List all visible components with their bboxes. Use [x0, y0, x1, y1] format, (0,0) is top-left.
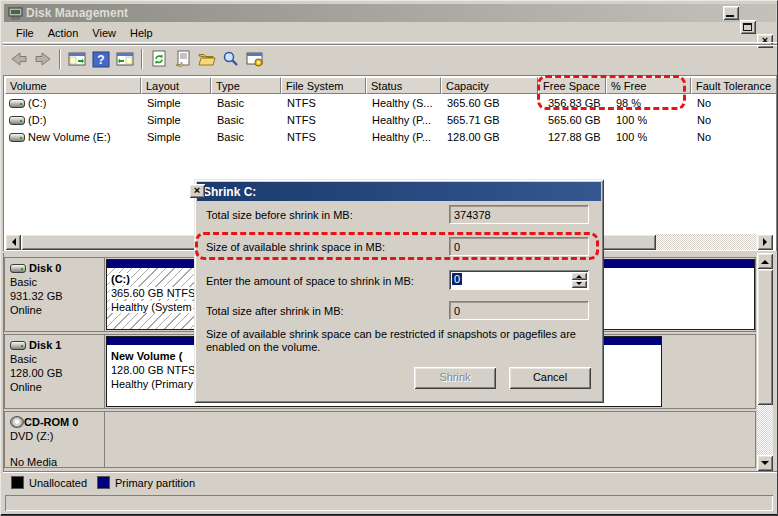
shrink-amount-label: Enter the amount of space to shrink in M…: [206, 275, 414, 287]
disk-management-window: Disk Management × File Action View Help …: [0, 0, 778, 516]
menu-action[interactable]: Action: [41, 25, 86, 41]
col-capacity[interactable]: Capacity: [441, 77, 538, 94]
window-title: Disk Management: [26, 6, 128, 20]
vertical-scroll-thumb[interactable]: [757, 269, 773, 405]
cell-free: 565.60 GB: [548, 114, 601, 126]
menu-help[interactable]: Help: [123, 25, 160, 41]
minimize-icon: [726, 15, 734, 17]
scroll-down-button[interactable]: [757, 455, 773, 471]
cell-volume: (D:): [28, 114, 46, 126]
find-button[interactable]: [219, 48, 243, 70]
cell-fault: No: [697, 131, 711, 143]
cell-capacity: 365.60 GB: [447, 97, 500, 109]
cell-fs: NTFS: [287, 131, 316, 143]
vertical-scrollbar[interactable]: [757, 253, 773, 471]
cell-fault: No: [697, 97, 711, 109]
disk-1-label[interactable]: Disk 1 Basic 128.00 GB Online: [5, 335, 105, 408]
partition-size: 365.60 GB NTFS: [110, 287, 196, 299]
scroll-right-button[interactable]: [757, 234, 773, 250]
status-bar: [3, 491, 777, 513]
disk-status: Online: [10, 304, 104, 316]
volume-icon: [9, 133, 25, 142]
disk-icon: [10, 264, 26, 273]
cell-fs: NTFS: [287, 114, 316, 126]
cell-pct: 100 %: [616, 114, 647, 126]
partition-status: Healthy (Primary: [110, 378, 194, 390]
spin-down-button[interactable]: [571, 280, 587, 288]
col-file-system[interactable]: File System: [281, 77, 366, 94]
cancel-button[interactable]: Cancel: [509, 367, 591, 389]
partition-status: Healthy (System: [110, 301, 193, 313]
shrink-button[interactable]: Shrink: [414, 367, 496, 389]
menu-view[interactable]: View: [85, 25, 123, 41]
col-fault-tolerance[interactable]: Fault Tolerance: [691, 77, 777, 94]
show-action-pane-button[interactable]: [113, 48, 137, 70]
cell-type: Basic: [217, 114, 244, 126]
cell-pct: 100 %: [616, 131, 647, 143]
disk-status: Online: [10, 381, 104, 393]
cdrom-row[interactable]: CD-ROM 0 DVD (Z:) No Media: [4, 411, 756, 468]
cell-volume: New Volume (E:): [28, 131, 111, 143]
col-layout[interactable]: Layout: [141, 77, 211, 94]
volume-row-d[interactable]: (D:) Simple Basic NTFS Healthy (P... 565…: [5, 112, 775, 129]
volume-row-e[interactable]: New Volume (E:) Simple Basic NTFS Health…: [5, 129, 775, 146]
cdrom-label[interactable]: CD-ROM 0 DVD (Z:) No Media: [5, 412, 105, 467]
cell-status: Healthy (P...: [372, 114, 431, 126]
volume-icon: [9, 99, 25, 108]
cell-status: Healthy (P...: [372, 131, 431, 143]
arrow-down-icon: [761, 461, 769, 469]
cell-layout: Simple: [147, 97, 181, 109]
toolbar-separator: [59, 49, 61, 69]
properties-button[interactable]: [171, 48, 195, 70]
open-folder-button[interactable]: [195, 48, 219, 70]
partition-label: (C:): [110, 273, 131, 285]
properties-icon: [173, 50, 193, 68]
spin-up-button[interactable]: [571, 272, 587, 280]
menu-file[interactable]: File: [9, 25, 41, 41]
shrink-amount-input[interactable]: 0: [449, 270, 589, 290]
refresh-icon: [149, 50, 169, 68]
toolbar: ?: [3, 44, 777, 73]
col-volume[interactable]: Volume: [5, 77, 141, 94]
unallocated-swatch: [11, 476, 24, 489]
arrow-up-icon: [761, 256, 769, 264]
cell-volume: (C:): [28, 97, 46, 109]
title-bar: Disk Management: [4, 4, 776, 22]
show-console-tree-button[interactable]: [65, 48, 89, 70]
show-console-tree-icon: [67, 51, 87, 67]
disk-0-label[interactable]: Disk 0 Basic 931.32 GB Online: [5, 258, 105, 331]
legend-primary-partition: Primary partition: [115, 477, 195, 489]
col-status[interactable]: Status: [366, 77, 441, 94]
disk-icon: [10, 341, 26, 350]
scroll-up-button[interactable]: [757, 253, 773, 269]
partition-size: 128.00 GB NTFS: [110, 364, 196, 376]
disk-size: 931.32 GB: [10, 290, 104, 302]
forward-button[interactable]: [31, 48, 55, 70]
scroll-left-button[interactable]: [5, 234, 21, 250]
legend-unallocated: Unallocated: [29, 477, 87, 489]
back-button[interactable]: [7, 48, 31, 70]
dialog-close-button[interactable]: ×: [189, 184, 205, 198]
col-type[interactable]: Type: [211, 77, 281, 94]
refresh-button[interactable]: [147, 48, 171, 70]
volume-icon: [9, 116, 25, 125]
svg-text:?: ?: [97, 53, 104, 67]
partition-label: New Volume (: [110, 350, 183, 362]
cell-fs: NTFS: [287, 97, 316, 109]
shrink-amount-value: 0: [452, 273, 462, 285]
disk-kind: DVD (Z:): [10, 430, 104, 442]
total-after-field: 0: [449, 301, 589, 320]
disk-name: Disk 0: [29, 262, 61, 274]
cell-capacity: 128.00 GB: [447, 131, 500, 143]
status-field: [5, 495, 773, 511]
minimize-button[interactable]: [723, 6, 739, 20]
manage-computer-button[interactable]: [243, 48, 267, 70]
help-button[interactable]: ?: [89, 48, 113, 70]
shrink-dialog: Shrink C: × Total size before shrink in …: [194, 179, 604, 403]
disk-kind: Basic: [10, 276, 104, 288]
highlight-free-space-annotation: [537, 75, 686, 110]
total-before-field: 374378: [449, 205, 589, 224]
dialog-title-bar: Shrink C:: [197, 182, 601, 201]
cell-layout: Simple: [147, 114, 181, 126]
primary-partition-swatch: [97, 476, 110, 489]
